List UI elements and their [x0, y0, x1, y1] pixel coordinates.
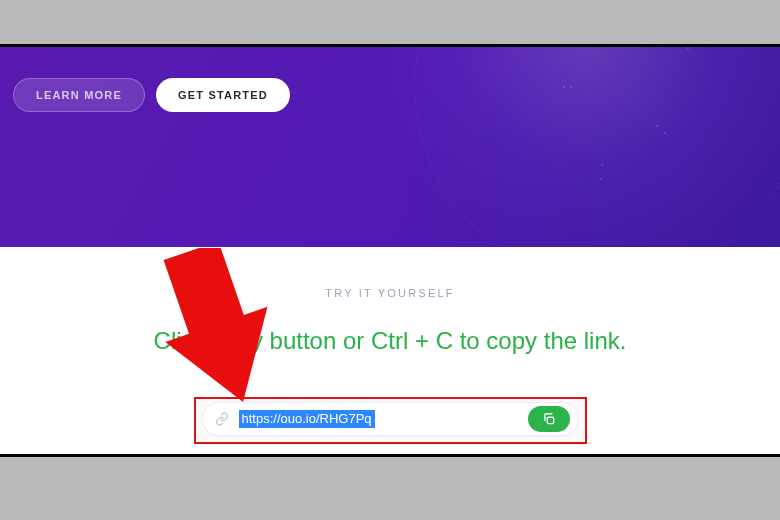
shortlink-input[interactable]: https://ouo.io/RHG7Pq	[202, 402, 579, 436]
section-headline: Click copy button or Ctrl + C to copy th…	[0, 327, 780, 355]
shortlink-value[interactable]: https://ouo.io/RHG7Pq	[239, 411, 528, 426]
section-eyebrow: TRY IT YOURSELF	[0, 287, 780, 299]
hero-band: LEARN MORE GET STARTED	[0, 47, 780, 247]
page-frame: LEARN MORE GET STARTED TRY IT YOURSELF C…	[0, 44, 780, 457]
copy-button[interactable]	[528, 406, 570, 432]
try-section: TRY IT YOURSELF Click copy button or Ctr…	[0, 247, 780, 444]
get-started-button[interactable]: GET STARTED	[156, 78, 290, 112]
link-callout-box: https://ouo.io/RHG7Pq	[194, 397, 587, 444]
link-icon	[215, 412, 229, 426]
copy-icon	[542, 412, 556, 426]
svg-rect-0	[547, 417, 553, 423]
globe-decoration	[380, 47, 780, 247]
learn-more-button[interactable]: LEARN MORE	[13, 78, 145, 112]
hero-button-row: LEARN MORE GET STARTED	[13, 78, 290, 112]
